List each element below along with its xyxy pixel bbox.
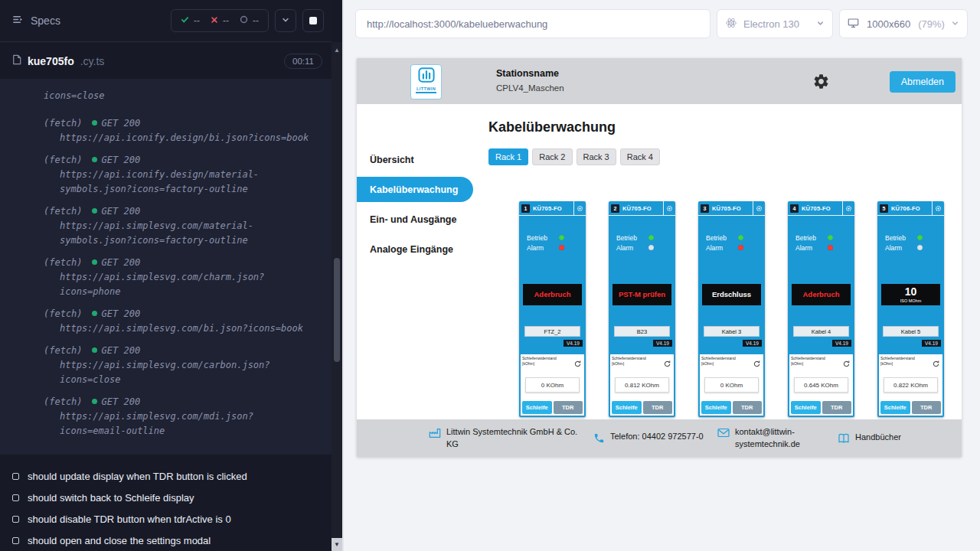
refresh-icon[interactable] <box>664 357 671 370</box>
browser-select[interactable]: Electron 130 <box>717 9 833 38</box>
footer-email[interactable]: kontakt@littwin-systemtechnik.de <box>717 426 827 450</box>
collapse-runs-button[interactable] <box>275 9 296 32</box>
refresh-icon[interactable] <box>843 357 850 370</box>
test-status-icon <box>12 537 19 544</box>
tab-rack-1[interactable]: Rack 1 <box>488 148 528 165</box>
scroll-down-arrow[interactable]: ▼ <box>332 538 342 551</box>
station-label: Stationsname <box>496 68 564 79</box>
card-status: Aderbruch <box>792 284 851 305</box>
url-input[interactable]: http://localhost:3000/kabelueberwachung <box>355 9 710 38</box>
chevron-down-icon <box>816 18 825 30</box>
test-stats: -- -- -- <box>171 9 269 32</box>
device-settings-icon[interactable] <box>573 201 586 215</box>
electron-icon <box>725 17 737 31</box>
refresh-icon[interactable] <box>574 357 581 370</box>
specs-label: Specs <box>31 15 60 27</box>
logout-button[interactable]: Abmelden <box>890 71 956 93</box>
check-icon <box>181 15 189 26</box>
device-card: 1KÜ705-FO Betrieb Alarm Aderbruch FTZ_2 … <box>519 201 586 417</box>
schleife-button[interactable]: Schleife <box>791 401 821 414</box>
log-entry[interactable]: (fetch)GET 200 https://api.simplesvg.com… <box>0 394 332 439</box>
log-entry[interactable]: (fetch)GET 200 https://api.iconify.desig… <box>0 152 332 197</box>
log-entry[interactable]: (fetch)GET 200 https://api.simplesvg.com… <box>0 255 332 299</box>
fetch-label: (fetch) <box>44 118 83 129</box>
sidebar-item-uebersicht[interactable]: Übersicht <box>357 147 475 172</box>
tdr-button[interactable]: TDR <box>643 401 673 414</box>
fetch-status: GET 200 <box>92 345 141 356</box>
log-entry[interactable]: (fetch)GET 200 https://api.simplesvg.com… <box>0 306 332 336</box>
runner-scrollbar[interactable]: ▲ ▼ <box>332 42 342 551</box>
device-card-header: 4KÜ705-FO <box>788 201 854 216</box>
fetch-label: (fetch) <box>44 206 83 217</box>
schleife-button[interactable]: Schleife <box>612 401 642 414</box>
device-settings-icon[interactable] <box>753 201 765 215</box>
specs-toggle-button[interactable]: Specs <box>12 14 60 28</box>
schleife-button[interactable]: Schleife <box>880 401 910 414</box>
schleife-button[interactable]: Schleife <box>522 401 552 414</box>
browser-bar: http://localhost:3000/kabelueberwachung … <box>355 9 968 38</box>
monitor-icon <box>848 18 859 31</box>
log-entry[interactable]: (fetch)GET 200 https://api.simplesvg.com… <box>0 343 332 387</box>
test-row[interactable]: should update display when TDR button is… <box>0 465 344 487</box>
logo-subline <box>416 92 436 93</box>
stop-run-button[interactable] <box>302 9 324 32</box>
tab-rack-3[interactable]: Rack 3 <box>577 148 616 165</box>
footer-manuals[interactable]: Handbücher <box>838 432 901 445</box>
alarm-label: Alarm <box>795 244 823 252</box>
alarm-led <box>828 245 833 250</box>
sidebar-item-analoge-eingaenge[interactable]: Analoge Eingänge <box>357 236 475 262</box>
log-entry[interactable]: (fetch)GET 200 https://api.simplesvg.com… <box>0 204 332 248</box>
cypress-runner-panel: Specs -- -- -- kue705fo .cy.ts 00:11 ico… <box>0 0 344 551</box>
fetch-status: GET 200 <box>92 308 141 319</box>
tdr-button[interactable]: TDR <box>554 401 583 414</box>
test-row[interactable]: should disable TDR button when tdrActive… <box>0 508 344 530</box>
status-ok-dot <box>92 399 97 404</box>
alarm-label: Alarm <box>616 244 644 252</box>
refresh-icon[interactable] <box>753 357 760 370</box>
device-settings-icon[interactable] <box>663 201 675 215</box>
schleife-button[interactable]: Schleife <box>701 401 731 414</box>
log-entry[interactable]: icons=close <box>0 89 332 103</box>
firmware-version-badge: V4.19 <box>564 340 583 347</box>
sidebar-item-ein-und-ausgaenge[interactable]: Ein- und Ausgänge <box>357 207 475 232</box>
refresh-icon[interactable] <box>933 357 939 370</box>
scroll-up-arrow[interactable]: ▲ <box>332 47 342 54</box>
footer-email-text: kontakt@littwin-systemtechnik.de <box>735 426 827 450</box>
footer-phone[interactable]: Telefon: 04402 972577-0 <box>593 431 707 445</box>
measurement-value: 0 KOhm <box>704 377 759 393</box>
measurement-panel: Schleifenwiderstand [kOhm] 0.645 KOhm Sc… <box>789 354 853 416</box>
test-status-icon <box>12 516 19 523</box>
scrollbar-thumb[interactable] <box>334 258 340 362</box>
footer-company: Littwin Systemtechnik GmbH & Co. KG <box>429 426 583 450</box>
settings-gear-icon[interactable] <box>812 73 830 93</box>
fetch-status: GET 200 <box>92 206 141 217</box>
device-settings-icon[interactable] <box>932 201 944 215</box>
tdr-button[interactable]: TDR <box>912 401 942 414</box>
page-title: Kabelüberwachung <box>488 119 962 135</box>
card-status: PST-M prüfen <box>612 284 671 305</box>
app-frame: LITTWIN Stationsname CPLV4_Maschen Abmel… <box>357 58 962 457</box>
cable-name-field: FTZ_2 <box>524 326 580 337</box>
test-row[interactable]: should switch back to Schleife display <box>0 487 344 508</box>
log-entry[interactable]: (fetch)GET 200 https://api.iconify.desig… <box>0 116 332 145</box>
tab-rack-2[interactable]: Rack 2 <box>532 148 572 165</box>
device-model-label: KÜ705-FO <box>533 205 562 212</box>
test-list: should update display when TDR button is… <box>0 455 344 551</box>
tab-rack-4[interactable]: Rack 4 <box>620 148 660 165</box>
test-row[interactable]: should open and close the settings modal <box>0 530 344 551</box>
cable-name-field: Kabel 3 <box>704 326 760 337</box>
tdr-button[interactable]: TDR <box>822 401 852 414</box>
viewport-select[interactable]: 1000x660 (79%) <box>839 9 968 38</box>
device-card: 5KÜ706-FO Betrieb Alarm 10ISO MOhm Kabel… <box>877 201 944 417</box>
spec-name[interactable]: kue705fo <box>28 55 74 67</box>
rack-tabs: Rack 1 Rack 2 Rack 3 Rack 4 <box>488 148 962 165</box>
sidebar-item-kabelueberwachung[interactable]: Kabelüberwachung <box>357 177 473 202</box>
measurement-value: 0 KOhm <box>525 377 580 393</box>
measurement-value: 0.645 KOhm <box>794 377 848 393</box>
led-panel: Betrieb Alarm <box>698 233 765 253</box>
device-cards: 1KÜ705-FO Betrieb Alarm Aderbruch FTZ_2 … <box>519 201 962 417</box>
littwin-logo: LITTWIN <box>410 64 442 99</box>
alarm-label: Alarm <box>706 244 733 252</box>
device-settings-icon[interactable] <box>842 201 854 215</box>
tdr-button[interactable]: TDR <box>733 401 763 414</box>
